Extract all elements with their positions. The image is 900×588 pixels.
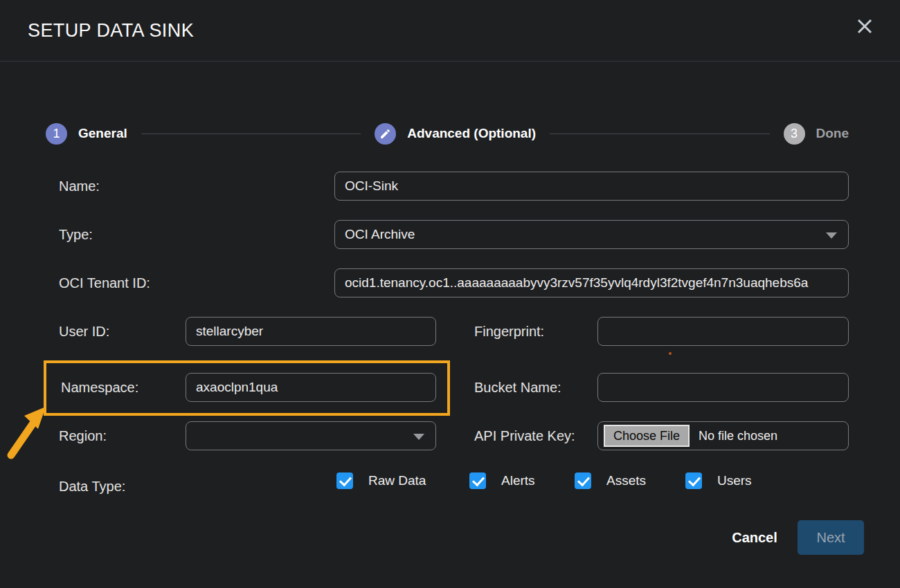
type-select[interactable]: OCI Archive bbox=[334, 220, 849, 249]
checkbox-raw-data-label: Raw Data bbox=[368, 473, 426, 488]
checkbox-checked-icon bbox=[336, 472, 353, 489]
step-general[interactable]: 1 General bbox=[46, 123, 127, 145]
type-label: Type: bbox=[59, 220, 93, 249]
fingerprint-input[interactable] bbox=[597, 317, 849, 346]
tenant-id-input[interactable] bbox=[334, 268, 849, 297]
namespace-input[interactable] bbox=[186, 373, 436, 402]
step-2-label: Advanced (Optional) bbox=[407, 126, 536, 141]
step-1-badge: 1 bbox=[46, 123, 67, 145]
checkbox-checked-icon bbox=[469, 472, 486, 489]
close-button[interactable] bbox=[853, 15, 876, 39]
step-1-label: General bbox=[78, 126, 127, 141]
api-private-key-file-input[interactable]: Choose File No file chosen bbox=[597, 421, 849, 450]
close-icon bbox=[854, 28, 875, 39]
namespace-label: Namespace: bbox=[61, 373, 138, 402]
bucket-name-input[interactable] bbox=[597, 373, 849, 402]
name-label: Name: bbox=[59, 172, 100, 201]
dialog-title: SETUP DATA SINK bbox=[28, 0, 194, 61]
checkbox-assets-label: Assets bbox=[606, 473, 646, 488]
bucket-name-label: Bucket Name: bbox=[474, 373, 561, 402]
orange-dot-artifact bbox=[669, 352, 672, 355]
region-select[interactable] bbox=[186, 421, 436, 450]
cancel-button[interactable]: Cancel bbox=[719, 520, 791, 555]
wizard-stepper: 1 General Advanced (Optional) 3 Done bbox=[46, 119, 849, 148]
checkbox-raw-data[interactable]: Raw Data bbox=[336, 472, 426, 489]
checkbox-users[interactable]: Users bbox=[685, 472, 752, 489]
api-private-key-label: API Private Key: bbox=[474, 421, 575, 450]
region-label: Region: bbox=[59, 421, 107, 450]
setup-data-sink-dialog: SETUP DATA SINK 1 General Advanced (Opti… bbox=[0, 0, 900, 588]
stepper-connector bbox=[141, 134, 361, 134]
step-3-badge: 3 bbox=[784, 123, 805, 145]
step-3-label: Done bbox=[816, 126, 849, 141]
next-button[interactable]: Next bbox=[798, 520, 864, 555]
checkbox-checked-icon bbox=[685, 472, 702, 489]
tenant-id-label: OCI Tenant ID: bbox=[59, 268, 150, 297]
checkbox-checked-icon bbox=[575, 472, 591, 489]
user-id-label: User ID: bbox=[59, 317, 109, 346]
type-select-value: OCI Archive bbox=[345, 227, 415, 242]
user-id-input[interactable] bbox=[186, 317, 436, 346]
checkbox-users-label: Users bbox=[717, 473, 752, 488]
stepper-connector bbox=[550, 134, 769, 134]
step-done: 3 Done bbox=[784, 123, 849, 145]
pencil-icon bbox=[375, 123, 396, 145]
chevron-down-icon bbox=[826, 232, 837, 239]
checkbox-assets[interactable]: Assets bbox=[575, 472, 646, 489]
step-advanced[interactable]: Advanced (Optional) bbox=[375, 123, 536, 145]
data-type-label: Data Type: bbox=[59, 472, 125, 501]
checkbox-alerts[interactable]: Alerts bbox=[469, 472, 535, 489]
name-input[interactable] bbox=[334, 172, 849, 201]
annotation-arrow-icon bbox=[1, 398, 57, 462]
chevron-down-icon bbox=[413, 434, 424, 440]
file-chosen-status: No file chosen bbox=[699, 429, 777, 443]
checkbox-alerts-label: Alerts bbox=[501, 473, 535, 488]
dialog-header: SETUP DATA SINK bbox=[0, 0, 900, 62]
fingerprint-label: Fingerprint: bbox=[474, 317, 544, 346]
choose-file-button[interactable]: Choose File bbox=[604, 425, 690, 448]
